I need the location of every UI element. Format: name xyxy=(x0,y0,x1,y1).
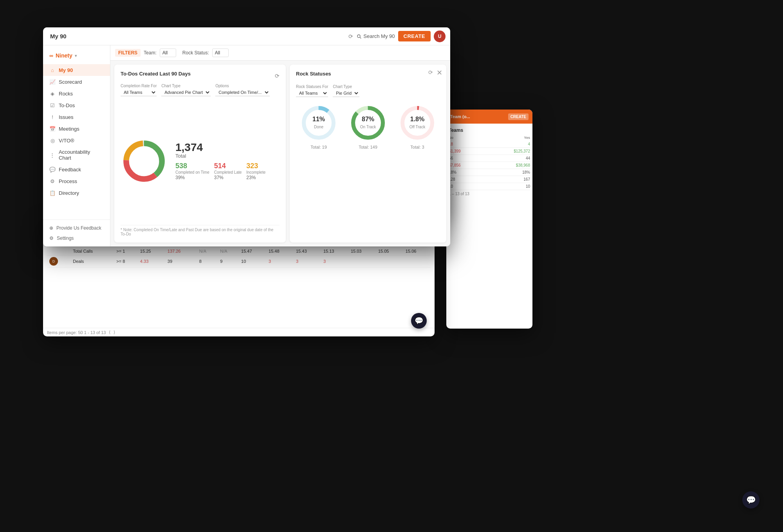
done-donut: 11% Done xyxy=(299,103,338,142)
todos-refresh-icon[interactable]: ⟳ xyxy=(275,73,280,79)
rock-controls: Rock Statuses For All Teams Chart Type P… xyxy=(296,84,440,97)
filters-label: FILTERS xyxy=(115,49,141,57)
tw-data-row-2: $1,399 $125,372 xyxy=(449,148,530,155)
team-label: Team: xyxy=(144,50,157,56)
options-label: Options xyxy=(215,84,270,88)
sidebar-item-my90[interactable]: ⌂ My 90 xyxy=(43,64,110,76)
bw-next-icon[interactable]: ⟩ xyxy=(114,330,115,335)
feedback-bottom-icon: ⊕ xyxy=(49,225,53,231)
total-label: Total xyxy=(175,153,280,159)
options-select[interactable]: Completed On Time/... xyxy=(215,89,270,96)
process-icon: ⚙ xyxy=(49,178,56,184)
search-button[interactable]: Search My 90 xyxy=(356,33,395,39)
row1-avg: 15.25 xyxy=(138,247,165,255)
row1-label: Total Calls xyxy=(70,247,114,255)
row1-v9: 15.05 xyxy=(376,247,403,255)
teams-label: Teams xyxy=(449,126,530,135)
completion-select[interactable]: All Teams xyxy=(121,89,157,96)
sidebar-item-accountability-chart[interactable]: ⋮ Accountability Chart xyxy=(43,146,110,164)
settings-btn[interactable]: ⚙ Settings xyxy=(43,233,110,243)
feedback-icon: 💬 xyxy=(49,166,56,173)
row2-v1: 39 xyxy=(165,255,197,268)
tw-d7-yes: 10 xyxy=(526,184,530,189)
rock-ontrack-circle: 87% On Track Total: 149 xyxy=(348,103,388,149)
donut-breakdown: 538 Completed on Time 39% 514 Completed … xyxy=(175,162,280,180)
home-icon: ⌂ xyxy=(49,67,56,73)
meetings-icon: 📅 xyxy=(49,126,56,132)
todos-chart-panel: To-Dos Created Last 90 Days ⟳ Completion… xyxy=(114,65,286,243)
sidebar-item-meetings[interactable]: 📅 Meetings xyxy=(43,123,110,135)
bw-main: Sep 2, 2022, 1:35:39 PM Label Goal Avg 3… xyxy=(43,233,435,325)
sidebar: ∞ Ninety ▾ ⌂ My 90 📈 Scorecard ◈ Rocks ☑… xyxy=(43,45,110,246)
avatar: U xyxy=(434,31,446,42)
tw-d3-yes: 44 xyxy=(526,156,530,160)
global-chat-bubble[interactable]: 💬 xyxy=(742,491,760,509)
content-panels: To-Dos Created Last 90 Days ⟳ Completion… xyxy=(110,61,450,246)
chart-type-group: Chart Type Advanced Pie Chart xyxy=(161,84,211,96)
rock-chart-type-group: Chart Type Pie Grid xyxy=(333,84,359,97)
row2-label: Deals xyxy=(70,255,114,268)
sidebar-item-scorecard[interactable]: 📈 Scorecard xyxy=(43,76,110,88)
chart-icon: 📈 xyxy=(49,79,56,85)
tw-d2-no: $1,399 xyxy=(449,149,461,153)
vto-icon: ◎ xyxy=(49,137,56,144)
rock-offtrack-circle: 1.8% Off Track Total: 3 xyxy=(398,103,437,149)
tw-data-row-7: 10 10 xyxy=(449,183,530,190)
row2-goal: >= 8 xyxy=(114,255,138,268)
page-title: My 90 xyxy=(50,33,345,40)
table-row: D Deals >= 8 4.33 39 8 9 10 3 3 3 xyxy=(47,255,431,268)
row1-v5: 15.48 xyxy=(266,247,294,255)
rock-chart-type-select[interactable]: Pie Grid xyxy=(333,90,359,97)
refresh-icon[interactable]: ⟳ xyxy=(348,33,353,40)
sidebar-brand: ∞ Ninety ▾ xyxy=(43,49,110,63)
row1-v6: 15.43 xyxy=(294,247,321,255)
chart-type-select[interactable]: Advanced Pie Chart xyxy=(161,89,211,96)
tw-create-button[interactable]: CREATE xyxy=(508,113,529,120)
row1-v2: N/A xyxy=(197,247,218,255)
sidebar-item-feedback[interactable]: 💬 Feedback xyxy=(43,164,110,175)
tw-header-row: No Yes xyxy=(449,135,530,141)
sidebar-item-rocks[interactable]: ◈ Rocks xyxy=(43,88,110,99)
todos-chart-title: To-Dos Created Last 90 Days xyxy=(121,71,191,77)
rock-for-select[interactable]: All Teams xyxy=(296,90,328,97)
main-content: FILTERS Team: All Rock Status: All To-Do… xyxy=(110,45,450,246)
tw-d6-yes: 167 xyxy=(523,177,530,182)
row1-goal: >= 1 xyxy=(114,247,138,255)
chart-controls: Completion Rate For All Teams Chart Type… xyxy=(121,84,280,96)
rock-statuses-title: Rock Statuses xyxy=(296,71,331,77)
tw-d2-yes: $125,372 xyxy=(514,149,530,153)
close-button[interactable]: ✕ xyxy=(437,68,442,77)
sidebar-item-directory[interactable]: 📋 Directory xyxy=(43,187,110,199)
team-select[interactable]: All xyxy=(160,49,176,57)
sidebar-item-process[interactable]: ⚙ Process xyxy=(43,175,110,187)
sidebar-item-issues[interactable]: ! Issues xyxy=(43,111,110,123)
sidebar-item-vto[interactable]: ◎ V/TO® xyxy=(43,135,110,146)
row2-v3: 9 xyxy=(218,255,239,268)
row2-v9 xyxy=(376,255,403,268)
bw-prev-icon[interactable]: ⟨ xyxy=(109,330,110,335)
rock-refresh-icon[interactable]: ⟳ xyxy=(428,69,433,75)
tw-data-row-6: 128 167 xyxy=(449,176,530,183)
rocks-icon: ◈ xyxy=(49,90,56,97)
main-topbar: My 90 ⟳ Search My 90 CREATE U xyxy=(43,27,450,45)
row2-v8 xyxy=(348,255,376,268)
rock-status-select[interactable]: All xyxy=(212,49,229,57)
main-layout: ∞ Ninety ▾ ⌂ My 90 📈 Scorecard ◈ Rocks ☑… xyxy=(43,45,450,246)
rock-chart-type-label: Chart Type xyxy=(333,84,359,89)
rock-circles: 11% Done Total: 19 xyxy=(296,103,440,149)
chat-bubble-bottom[interactable]: 💬 xyxy=(411,313,427,329)
todos-icon: ☑ xyxy=(49,102,56,108)
create-button[interactable]: CREATE xyxy=(398,31,431,41)
row1-v8: 15.03 xyxy=(348,247,376,255)
sidebar-item-todos[interactable]: ☑ To-Dos xyxy=(43,99,110,111)
late-stat: 514 Completed Late 37% xyxy=(214,162,242,180)
accountability-icon: ⋮ xyxy=(49,152,56,158)
row1-v1: 137.26 xyxy=(165,247,197,255)
row1-v4: 15.47 xyxy=(239,247,266,255)
bw-pagination: Items per page: 50 1 - 13 of 13 ⟨ ⟩ xyxy=(43,328,435,336)
row1-v10: 15.06 xyxy=(403,247,431,255)
provide-feedback-btn[interactable]: ⊕ Provide Us Feedback xyxy=(43,223,110,233)
row2-avg: 4.33 xyxy=(138,255,165,268)
rock-statuses-panel: Rock Statuses ⟳ ✕ Rock Statuses For All … xyxy=(290,65,446,243)
tw-data-row-3: 56 44 xyxy=(449,155,530,162)
